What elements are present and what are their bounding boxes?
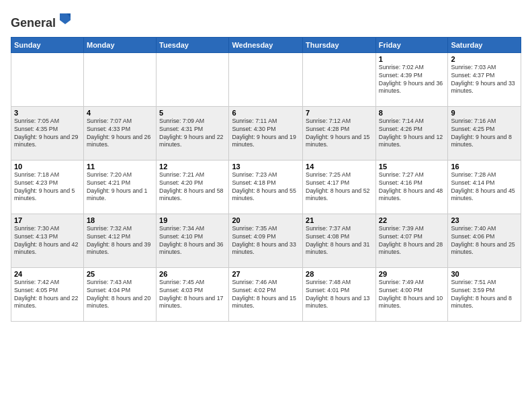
calendar-cell: 10Sunrise: 7:18 AM Sunset: 4:23 PM Dayli… [11, 160, 84, 214]
day-number: 23 [451, 216, 518, 224]
day-info: Sunrise: 7:45 AM Sunset: 4:03 PM Dayligh… [159, 279, 226, 311]
calendar-week-row: 3Sunrise: 7:05 AM Sunset: 4:35 PM Daylig… [11, 106, 521, 160]
day-number: 25 [87, 270, 153, 278]
day-number: 29 [379, 270, 445, 278]
weekday-header: Tuesday [157, 37, 229, 52]
logo-general: General [11, 16, 56, 30]
calendar-cell [83, 52, 156, 106]
calendar-table: SundayMondayTuesdayWednesdayThursdayFrid… [11, 37, 521, 322]
calendar-cell: 20Sunrise: 7:35 AM Sunset: 4:09 PM Dayli… [229, 214, 303, 267]
calendar-cell: 24Sunrise: 7:42 AM Sunset: 4:05 PM Dayli… [11, 267, 84, 321]
day-number: 14 [306, 163, 373, 171]
calendar-cell [303, 52, 376, 106]
day-number: 20 [232, 216, 300, 224]
day-info: Sunrise: 7:34 AM Sunset: 4:10 PM Dayligh… [159, 225, 226, 257]
calendar-page: General SundayMondayTuesdayWednesdayThur… [0, 0, 532, 411]
day-info: Sunrise: 7:30 AM Sunset: 4:13 PM Dayligh… [14, 225, 81, 257]
day-number: 3 [14, 109, 81, 117]
day-info: Sunrise: 7:07 AM Sunset: 4:33 PM Dayligh… [87, 118, 153, 150]
calendar-cell: 28Sunrise: 7:48 AM Sunset: 4:01 PM Dayli… [303, 267, 376, 321]
calendar-cell: 27Sunrise: 7:46 AM Sunset: 4:02 PM Dayli… [229, 267, 303, 321]
calendar-week-row: 17Sunrise: 7:30 AM Sunset: 4:13 PM Dayli… [11, 214, 521, 267]
calendar-cell: 16Sunrise: 7:28 AM Sunset: 4:14 PM Dayli… [448, 160, 521, 214]
calendar-cell: 7Sunrise: 7:12 AM Sunset: 4:28 PM Daylig… [303, 106, 376, 160]
day-number: 4 [87, 109, 153, 117]
day-info: Sunrise: 7:39 AM Sunset: 4:07 PM Dayligh… [379, 225, 445, 257]
day-number: 5 [159, 109, 226, 117]
calendar-cell [157, 52, 229, 106]
calendar-cell: 3Sunrise: 7:05 AM Sunset: 4:35 PM Daylig… [11, 106, 84, 160]
day-info: Sunrise: 7:12 AM Sunset: 4:28 PM Dayligh… [306, 118, 373, 150]
weekday-header: Monday [83, 37, 156, 52]
day-info: Sunrise: 7:16 AM Sunset: 4:25 PM Dayligh… [451, 118, 518, 150]
calendar-cell: 18Sunrise: 7:32 AM Sunset: 4:12 PM Dayli… [83, 214, 156, 267]
calendar-cell [11, 52, 84, 106]
calendar-cell: 1Sunrise: 7:02 AM Sunset: 4:39 PM Daylig… [375, 52, 448, 106]
day-info: Sunrise: 7:40 AM Sunset: 4:06 PM Dayligh… [451, 225, 518, 257]
day-number: 19 [159, 216, 226, 224]
calendar-cell: 11Sunrise: 7:20 AM Sunset: 4:21 PM Dayli… [83, 160, 156, 214]
logo-icon [57, 11, 73, 27]
calendar-cell: 23Sunrise: 7:40 AM Sunset: 4:06 PM Dayli… [448, 214, 521, 267]
calendar-cell: 2Sunrise: 7:03 AM Sunset: 4:37 PM Daylig… [448, 52, 521, 106]
day-number: 15 [379, 163, 445, 171]
day-number: 30 [451, 270, 518, 278]
calendar-cell: 8Sunrise: 7:14 AM Sunset: 4:26 PM Daylig… [375, 106, 448, 160]
weekday-header: Thursday [303, 37, 376, 52]
day-number: 10 [14, 163, 81, 171]
day-info: Sunrise: 7:18 AM Sunset: 4:23 PM Dayligh… [14, 171, 81, 203]
day-info: Sunrise: 7:23 AM Sunset: 4:18 PM Dayligh… [232, 171, 300, 203]
day-info: Sunrise: 7:49 AM Sunset: 4:00 PM Dayligh… [379, 279, 445, 311]
calendar-cell: 26Sunrise: 7:45 AM Sunset: 4:03 PM Dayli… [157, 267, 229, 321]
calendar-cell: 5Sunrise: 7:09 AM Sunset: 4:31 PM Daylig… [157, 106, 229, 160]
calendar-cell: 30Sunrise: 7:51 AM Sunset: 3:59 PM Dayli… [448, 267, 521, 321]
logo-text: General [11, 11, 73, 30]
day-info: Sunrise: 7:42 AM Sunset: 4:05 PM Dayligh… [14, 279, 81, 311]
weekday-header: Friday [375, 37, 448, 52]
calendar-cell [229, 52, 303, 106]
calendar-cell: 12Sunrise: 7:21 AM Sunset: 4:20 PM Dayli… [157, 160, 229, 214]
header: General [11, 11, 521, 30]
day-number: 18 [87, 216, 153, 224]
day-number: 2 [451, 55, 518, 63]
day-number: 27 [232, 270, 300, 278]
day-number: 28 [306, 270, 373, 278]
day-number: 11 [87, 163, 153, 171]
day-info: Sunrise: 7:27 AM Sunset: 4:16 PM Dayligh… [379, 171, 445, 203]
calendar-cell: 14Sunrise: 7:25 AM Sunset: 4:17 PM Dayli… [303, 160, 376, 214]
day-number: 9 [451, 109, 518, 117]
day-info: Sunrise: 7:02 AM Sunset: 4:39 PM Dayligh… [379, 64, 445, 96]
calendar-cell: 9Sunrise: 7:16 AM Sunset: 4:25 PM Daylig… [448, 106, 521, 160]
calendar-week-row: 1Sunrise: 7:02 AM Sunset: 4:39 PM Daylig… [11, 52, 521, 106]
calendar-cell: 4Sunrise: 7:07 AM Sunset: 4:33 PM Daylig… [83, 106, 156, 160]
day-number: 12 [159, 163, 226, 171]
day-number: 22 [379, 216, 445, 224]
calendar-week-row: 10Sunrise: 7:18 AM Sunset: 4:23 PM Dayli… [11, 160, 521, 214]
calendar-cell: 21Sunrise: 7:37 AM Sunset: 4:08 PM Dayli… [303, 214, 376, 267]
day-number: 13 [232, 163, 300, 171]
day-info: Sunrise: 7:28 AM Sunset: 4:14 PM Dayligh… [451, 171, 518, 203]
day-info: Sunrise: 7:48 AM Sunset: 4:01 PM Dayligh… [306, 279, 373, 311]
calendar-week-row: 24Sunrise: 7:42 AM Sunset: 4:05 PM Dayli… [11, 267, 521, 321]
day-info: Sunrise: 7:20 AM Sunset: 4:21 PM Dayligh… [87, 171, 153, 203]
day-number: 7 [306, 109, 373, 117]
calendar-cell: 13Sunrise: 7:23 AM Sunset: 4:18 PM Dayli… [229, 160, 303, 214]
day-number: 24 [14, 270, 81, 278]
calendar-cell: 22Sunrise: 7:39 AM Sunset: 4:07 PM Dayli… [375, 214, 448, 267]
calendar-cell: 29Sunrise: 7:49 AM Sunset: 4:00 PM Dayli… [375, 267, 448, 321]
day-number: 21 [306, 216, 373, 224]
day-info: Sunrise: 7:37 AM Sunset: 4:08 PM Dayligh… [306, 225, 373, 257]
day-info: Sunrise: 7:09 AM Sunset: 4:31 PM Dayligh… [159, 118, 226, 150]
day-info: Sunrise: 7:14 AM Sunset: 4:26 PM Dayligh… [379, 118, 445, 150]
day-info: Sunrise: 7:43 AM Sunset: 4:04 PM Dayligh… [87, 279, 153, 311]
day-info: Sunrise: 7:11 AM Sunset: 4:30 PM Dayligh… [232, 118, 300, 150]
day-info: Sunrise: 7:51 AM Sunset: 3:59 PM Dayligh… [451, 279, 518, 311]
calendar-cell: 15Sunrise: 7:27 AM Sunset: 4:16 PM Dayli… [375, 160, 448, 214]
weekday-header: Sunday [11, 37, 84, 52]
weekday-header: Saturday [448, 37, 521, 52]
day-info: Sunrise: 7:03 AM Sunset: 4:37 PM Dayligh… [451, 64, 518, 96]
day-info: Sunrise: 7:32 AM Sunset: 4:12 PM Dayligh… [87, 225, 153, 257]
logo: General [11, 11, 73, 30]
day-info: Sunrise: 7:05 AM Sunset: 4:35 PM Dayligh… [14, 118, 81, 150]
calendar-cell: 19Sunrise: 7:34 AM Sunset: 4:10 PM Dayli… [157, 214, 229, 267]
